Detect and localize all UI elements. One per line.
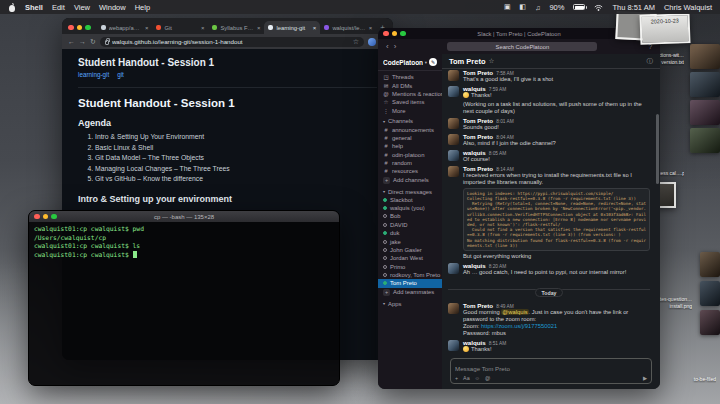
sidebar-item-mentions[interactable]: @ Mentions & reactions [378,90,442,98]
avatar[interactable] [448,150,459,161]
message-row[interactable]: Tom Preto 8:14 AM I received errors when… [448,165,650,186]
message-list[interactable]: coding aspect) on which they can collabo… [442,69,660,355]
dms-section-header[interactable]: ▾ Direct messages [378,185,442,196]
message-composer[interactable]: + Aa ☺ @ ▶ [450,358,652,384]
reload-icon[interactable]: ↻ [90,38,96,46]
message-row[interactable]: walquis 8:51 AM Thanks! [448,339,650,353]
zoom-button[interactable] [51,214,57,220]
dm-item[interactable]: John Gasler [378,246,442,254]
message-author[interactable]: Tom Preto [463,165,493,172]
dm-item[interactable]: Jordan West [378,254,442,262]
mention[interactable]: @walquis [501,309,528,315]
dm-item[interactable]: rodkovy, Tom Preto [378,271,442,279]
add-channels-button[interactable]: + Add channels [378,176,442,185]
message-author[interactable]: Tom Preto [463,117,493,124]
desktop-file-label[interactable]: to-be-filed [666,376,716,383]
browser-tab[interactable]: walquist/learning-git × [320,21,376,34]
browser-tab[interactable]: Git × [152,21,208,34]
close-button[interactable] [34,214,40,220]
message-author[interactable]: Tom Preto [463,302,493,309]
avatar[interactable] [448,263,459,274]
message-author[interactable]: Tom Preto [463,69,493,76]
apple-menu-icon[interactable] [8,3,16,12]
channel-item[interactable]: # random [378,159,442,167]
history-back-icon[interactable]: ‹ [386,42,389,51]
terminal-content[interactable]: cwalquist01:cp cwalquist$ pwd /Users/cwa… [29,222,339,385]
menu-edit[interactable]: Edit [52,3,65,12]
address-bar[interactable]: walquis.github.io/learning-git/session-1… [100,37,364,47]
dm-item[interactable]: walquis (you) [378,204,442,212]
dm-item[interactable]: jake [378,237,442,245]
tab-close-icon[interactable]: × [313,25,317,31]
apps-section-header[interactable]: ▾ Apps [378,297,442,308]
avatar[interactable] [448,134,459,145]
close-button[interactable] [68,25,74,31]
compose-icon[interactable]: ✎ [429,58,437,66]
star-icon[interactable]: ☆ [489,57,495,65]
dm-item-selected[interactable]: Tom Preto [378,279,442,287]
menu-shell[interactable]: Shell [25,3,43,12]
bookmark-star-icon[interactable]: ☆ [353,38,359,46]
sidebar-item-threads[interactable]: ◳ Threads [378,73,442,81]
history-forward-icon[interactable]: › [394,42,397,51]
sidebar-item-saved[interactable]: ☆ Saved items [378,98,442,106]
channel-item[interactable]: # odin-platoon [378,151,442,159]
message-author[interactable]: walquis [463,262,486,269]
message-author[interactable]: Tom Preto [463,133,493,140]
format-icon[interactable]: Aa [463,375,469,381]
message-input[interactable] [455,361,647,375]
message-row[interactable]: Tom Preto 7:58 AM That's a good idea, I'… [448,69,650,83]
browser-tab[interactable]: Syllabus Fall Session 1 - GitH… × [208,21,264,34]
channel-item[interactable]: # help [378,142,442,150]
menu-user-name[interactable]: Chris Walquist [664,3,712,12]
message-author[interactable]: walquis [463,149,486,156]
message-row[interactable]: Tom Preto 8:49 AM Good morning @walquis.… [448,302,650,337]
code-block[interactable]: Looking in indexes: https://pypi.chriswa… [463,188,650,251]
dm-item[interactable]: Bob [378,212,442,220]
message-author[interactable]: walquis [463,339,486,346]
info-icon[interactable]: ⓘ [647,57,654,66]
profile-avatar[interactable] [368,38,376,46]
message-row[interactable]: walquis 8:20 AM Ah … good catch, I need … [448,262,650,276]
sidebar-item-all-dms[interactable]: ✉ All DMs [378,81,442,89]
keyboard-icon[interactable]: ◧ [520,3,527,11]
tab-close-icon[interactable]: × [257,25,261,31]
tab-close-icon[interactable]: × [145,25,149,31]
search-bar[interactable]: Search CodePlatoon [447,42,597,51]
scrollbar[interactable] [656,114,659,184]
repo-link[interactable]: learning-git [78,71,109,78]
channel-item[interactable]: # announcements [378,125,442,133]
tab-close-icon[interactable]: × [201,25,205,31]
dm-item[interactable]: duk [378,229,442,237]
forward-icon[interactable]: → [79,38,86,45]
message-row[interactable]: walquis 8:05 AM Of course! [448,149,650,163]
channel-item[interactable]: # resources [378,167,442,175]
message-row[interactable]: walquis 7:59 AM Thanks! [448,85,650,99]
channels-section-header[interactable]: ▾ Channels [378,115,442,126]
sidebar-item-more[interactable]: ⋮ More [378,107,442,115]
back-icon[interactable]: ← [68,38,75,45]
mention-icon[interactable]: @ [485,375,490,381]
avatar[interactable] [448,303,459,314]
attach-plus-icon[interactable]: + [455,375,458,381]
emoji-picker-icon[interactable]: ☺ [475,375,480,381]
message-author[interactable]: walquis [463,85,486,92]
photo-thumbnail-dated[interactable]: 2020-10-23 [639,13,690,45]
avatar[interactable] [448,118,459,129]
avatar[interactable] [448,166,459,177]
workspace-switcher[interactable]: CodePlatoon ▾ ✎ [378,56,442,71]
send-icon[interactable]: ▶ [643,375,647,381]
message-row[interactable]: Tom Preto 8:04 AM Also, mind if I join t… [448,133,650,147]
avatar[interactable] [448,70,459,81]
avatar[interactable] [448,86,459,97]
minimize-button[interactable] [77,25,83,31]
message-row[interactable]: Tom Preto 8:01 AM Sounds good! [448,117,650,131]
channel-item[interactable]: # general [378,134,442,142]
battery-icon[interactable] [573,4,585,10]
add-teammates-button[interactable]: + Add teammates [378,288,442,297]
minimize-button[interactable] [43,214,49,220]
menu-help[interactable]: Help [135,3,150,12]
display-icon[interactable]: ▣ [504,3,511,11]
wifi-icon[interactable] [594,4,603,11]
dm-item[interactable]: Primo [378,263,442,271]
